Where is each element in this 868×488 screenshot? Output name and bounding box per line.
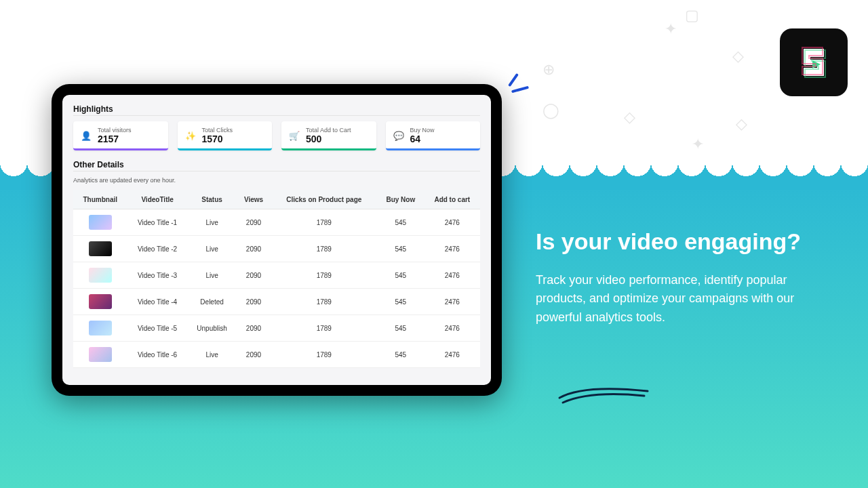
cell-cart: 2476 <box>425 262 480 289</box>
table-row[interactable]: Video Title -5 Unpublish 2090 1789 545 2… <box>73 315 480 342</box>
dashboard-screen: Highlights 👤Total visitors2157 ✨Total Cl… <box>62 95 491 385</box>
cell-status: Live <box>188 342 237 368</box>
stat-label: Total Add to Cart <box>306 127 351 134</box>
video-thumbnail <box>89 347 112 362</box>
table-row[interactable]: Video Title -4 Deleted 2090 1789 545 247… <box>73 289 480 315</box>
visitors-icon: 👤 <box>80 129 92 142</box>
stat-value: 1570 <box>202 134 233 144</box>
cell-views: 2090 <box>236 236 271 262</box>
cell-buy: 545 <box>377 289 425 315</box>
analytics-table: Thumbnail VideoTitle Status Views Clicks… <box>73 190 480 368</box>
col-thumbnail[interactable]: Thumbnail <box>73 190 127 209</box>
table-row[interactable]: Video Title -3 Live 2090 1789 545 2476 <box>73 262 480 289</box>
cell-views: 2090 <box>236 209 271 236</box>
swash-decoration <box>556 381 651 408</box>
promo-text: Is your video engaging? Track your video… <box>536 227 834 327</box>
stat-cards-row: 👤Total visitors2157 ✨Total Clicks1570 🛒T… <box>73 121 480 150</box>
stat-value: 500 <box>306 134 351 144</box>
promo-body: Track your video performance, identify p… <box>536 271 834 328</box>
table-row[interactable]: Video Title -2 Live 2090 1789 545 2476 <box>73 236 480 262</box>
sparkle-decoration <box>502 73 529 100</box>
cell-buy: 545 <box>377 262 425 289</box>
cell-status: Unpublish <box>188 315 237 342</box>
stat-label: Total Clicks <box>202 127 233 134</box>
buy-icon: 💬 <box>393 129 405 142</box>
cell-buy: 545 <box>377 342 425 368</box>
highlights-title: Highlights <box>73 104 480 116</box>
stat-value: 64 <box>410 134 435 144</box>
col-status[interactable]: Status <box>188 190 237 209</box>
tablet-frame: Highlights 👤Total visitors2157 ✨Total Cl… <box>52 84 502 396</box>
cell-views: 2090 <box>236 315 271 342</box>
video-thumbnail <box>89 241 112 256</box>
col-cart[interactable]: Add to cart <box>425 190 480 209</box>
cell-views: 2090 <box>236 262 271 289</box>
cell-title: Video Title -6 <box>127 342 188 368</box>
stat-card-buy[interactable]: 💬Buy Now64 <box>386 121 481 150</box>
stat-card-cart[interactable]: 🛒Total Add to Cart500 <box>281 121 376 150</box>
stat-label: Total visitors <box>98 127 132 134</box>
col-buy[interactable]: Buy Now <box>377 190 425 209</box>
table-row[interactable]: Video Title -6 Live 2090 1789 545 2476 <box>73 342 480 368</box>
cell-cart: 2476 <box>425 209 480 236</box>
cell-title: Video Title -2 <box>127 236 188 262</box>
update-note: Analytics are updated every one hour. <box>73 177 480 184</box>
cell-title: Video Title -5 <box>127 315 188 342</box>
clicks-icon: ✨ <box>184 129 197 142</box>
cell-status: Deleted <box>188 289 237 315</box>
cell-views: 2090 <box>236 289 271 315</box>
cell-clicks: 1789 <box>271 262 377 289</box>
cell-views: 2090 <box>236 342 271 368</box>
cell-cart: 2476 <box>425 342 480 368</box>
video-thumbnail <box>89 215 112 230</box>
cell-cart: 2476 <box>425 289 480 315</box>
cell-buy: 545 <box>377 236 425 262</box>
cell-cart: 2476 <box>425 236 480 262</box>
promo-heading: Is your video engaging? <box>536 227 834 256</box>
cell-buy: 545 <box>377 315 425 342</box>
stat-card-visitors[interactable]: 👤Total visitors2157 <box>73 121 168 150</box>
cell-title: Video Title -4 <box>127 289 188 315</box>
other-details-title: Other Details <box>73 160 480 171</box>
video-thumbnail <box>89 268 112 283</box>
col-title[interactable]: VideoTitle <box>127 190 188 209</box>
cell-title: Video Title -1 <box>127 209 188 236</box>
cell-status: Live <box>188 236 237 262</box>
cell-buy: 545 <box>377 209 425 236</box>
cart-icon: 🛒 <box>288 129 300 142</box>
table-row[interactable]: Video Title -1 Live 2090 1789 545 2476 <box>73 209 480 236</box>
stat-label: Buy Now <box>410 127 435 134</box>
col-views[interactable]: Views <box>236 190 271 209</box>
cell-title: Video Title -3 <box>127 262 188 289</box>
cell-clicks: 1789 <box>271 236 377 262</box>
cell-clicks: 1789 <box>271 315 377 342</box>
cell-status: Live <box>188 209 237 236</box>
cell-clicks: 1789 <box>271 209 377 236</box>
video-thumbnail <box>89 321 112 336</box>
app-logo <box>780 28 848 96</box>
stat-card-clicks[interactable]: ✨Total Clicks1570 <box>178 121 273 150</box>
cell-clicks: 1789 <box>271 342 377 368</box>
cell-status: Live <box>188 262 237 289</box>
video-thumbnail <box>89 294 112 309</box>
cell-cart: 2476 <box>425 315 480 342</box>
col-clicks[interactable]: Clicks on Product page <box>271 190 377 209</box>
cell-clicks: 1789 <box>271 289 377 315</box>
stat-value: 2157 <box>98 134 132 144</box>
